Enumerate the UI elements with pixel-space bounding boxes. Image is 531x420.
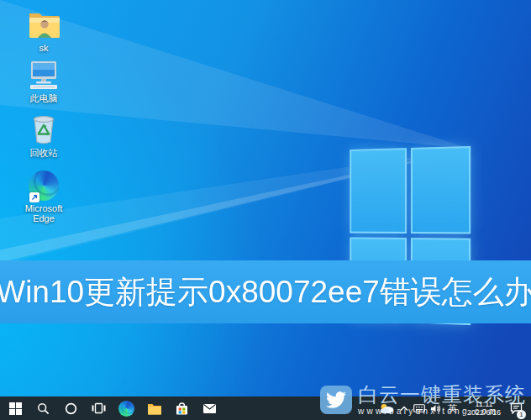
windows-desktop: Win10更新提示0x80072ee7错误怎么办 sk xyxy=(0,0,531,420)
file-explorer-button[interactable] xyxy=(140,396,168,420)
windows-logo-icon xyxy=(9,402,22,415)
desktop-icon-this-pc[interactable]: 此电脑 xyxy=(8,57,79,103)
title-banner: Win10更新提示0x80072ee7错误怎么办 xyxy=(0,260,531,323)
user-folder-icon xyxy=(8,7,79,40)
watermark: 白云一键重装系统 www.baiyunxitong.com xyxy=(320,384,526,416)
mail-envelope-icon xyxy=(202,402,217,414)
desktop-icon-user-folder[interactable]: sk xyxy=(8,7,79,53)
edge-taskbar-button[interactable] xyxy=(113,396,140,420)
task-view-icon xyxy=(92,402,106,414)
shortcut-arrow-icon xyxy=(29,192,39,202)
start-button[interactable] xyxy=(2,396,29,420)
cortana-circle-icon xyxy=(65,402,77,415)
window-pane xyxy=(350,148,407,233)
folder-icon xyxy=(147,402,162,415)
desktop-icon-label: 回收站 xyxy=(8,148,79,158)
cortana-button[interactable] xyxy=(57,396,85,420)
search-button[interactable] xyxy=(29,396,57,420)
watermark-url: www.baiyunxitong.com xyxy=(358,407,526,416)
store-bag-icon xyxy=(175,402,189,416)
desktop-icon-label: 此电脑 xyxy=(8,93,79,103)
watermark-text: 白云一键重装系统 www.baiyunxitong.com xyxy=(358,384,526,416)
banner-title: Win10更新提示0x80072ee7错误怎么办 xyxy=(0,271,531,313)
task-view-button[interactable] xyxy=(85,396,113,420)
search-icon xyxy=(37,402,50,415)
desktop-icon-recycle-bin[interactable]: 回收站 xyxy=(8,112,79,158)
recycle-bin-icon xyxy=(8,112,79,145)
mail-button[interactable] xyxy=(196,396,223,420)
edge-logo-icon xyxy=(118,401,134,417)
computer-monitor-icon xyxy=(8,57,79,91)
desktop-icon-label: Microsoft Edge xyxy=(18,203,69,223)
window-pane xyxy=(411,146,471,234)
twitter-bird-icon xyxy=(320,386,352,414)
taskbar-buttons xyxy=(0,396,223,420)
desktop-icon-edge[interactable]: Microsoft Edge xyxy=(8,167,79,223)
edge-logo-icon xyxy=(8,167,79,201)
store-button[interactable] xyxy=(168,396,196,420)
watermark-title: 白云一键重装系统 xyxy=(358,384,526,405)
desktop-icon-label: sk xyxy=(8,43,79,53)
